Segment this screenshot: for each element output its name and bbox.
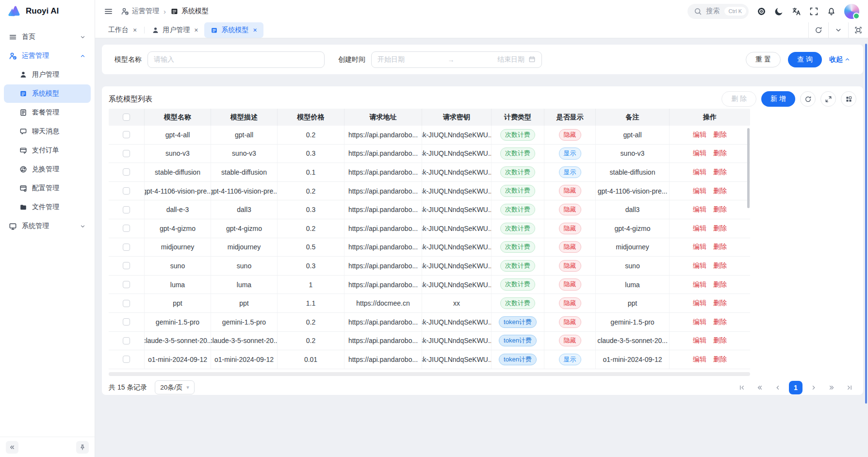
delete-button[interactable]: 删 除: [721, 91, 756, 107]
edit-link[interactable]: 编辑: [693, 168, 706, 177]
sidebar-subitem-0[interactable]: 用户管理: [4, 65, 91, 84]
billing-type-badge: 次数计费: [500, 241, 535, 253]
sidebar-toggle-icon[interactable]: [104, 7, 113, 16]
edit-link[interactable]: 编辑: [693, 318, 706, 326]
sidebar-subitem-6[interactable]: 配置管理: [4, 179, 91, 197]
sidebar-item-system[interactable]: 系统管理: [4, 217, 91, 235]
collapse-filter-link[interactable]: 收起: [829, 55, 851, 64]
row-checkbox[interactable]: [123, 300, 130, 307]
sidebar-subitem-1[interactable]: 系统模型: [4, 84, 91, 103]
language-button[interactable]: [792, 7, 801, 16]
sidebar-subitem-3[interactable]: 聊天消息: [4, 122, 91, 141]
edit-link[interactable]: 编辑: [693, 205, 706, 214]
refresh-table-button[interactable]: [800, 91, 816, 107]
page-1-button[interactable]: 1: [789, 381, 802, 394]
sidebar-subitem-2[interactable]: 套餐管理: [4, 103, 91, 122]
date-range-input[interactable]: 开始日期 → 结束日期: [371, 51, 542, 68]
edit-link[interactable]: 编辑: [693, 187, 706, 196]
reset-button[interactable]: 重 置: [746, 52, 781, 67]
page-size-select[interactable]: 20条/页 ▾: [155, 380, 194, 394]
first-page-button[interactable]: [735, 381, 749, 394]
edit-link[interactable]: 编辑: [693, 299, 706, 308]
dark-mode-toggle[interactable]: [774, 7, 784, 16]
row-checkbox[interactable]: [123, 131, 130, 138]
row-checkbox[interactable]: [123, 168, 130, 176]
column-settings-button[interactable]: [841, 91, 856, 107]
edit-link[interactable]: 编辑: [693, 243, 706, 251]
cell-remark: luma: [596, 276, 670, 294]
edit-link[interactable]: 编辑: [693, 149, 706, 158]
model-name-input[interactable]: 请输入: [147, 51, 325, 68]
sidebar-subitem-5[interactable]: 兑换管理: [4, 160, 91, 179]
delete-link[interactable]: 删除: [713, 261, 727, 270]
close-tab-icon[interactable]: ×: [253, 26, 257, 34]
row-checkbox[interactable]: [123, 225, 130, 232]
breadcrumb-item-model[interactable]: 系统模型: [170, 7, 209, 16]
cell-text: stable-diffusion: [155, 168, 200, 176]
edit-link[interactable]: 编辑: [693, 224, 706, 233]
tab-1[interactable]: 用户管理×: [146, 22, 204, 38]
tab-menu-button[interactable]: [828, 22, 848, 38]
maximize-content-button[interactable]: [848, 22, 868, 38]
delete-link[interactable]: 删除: [713, 205, 727, 214]
row-checkbox[interactable]: [123, 318, 130, 326]
close-tab-icon[interactable]: ×: [194, 26, 198, 34]
search-input[interactable]: 搜索 Ctrl K: [688, 4, 749, 19]
edit-link[interactable]: 编辑: [693, 336, 706, 345]
page-scrollbar[interactable]: [865, 44, 867, 404]
delete-link[interactable]: 删除: [713, 280, 727, 289]
cell-checkbox: [109, 276, 145, 294]
delete-link[interactable]: 删除: [713, 149, 727, 158]
delete-link[interactable]: 删除: [713, 299, 727, 308]
breadcrumb-item-operations[interactable]: 运营管理: [121, 7, 159, 16]
cell-actions: 编辑删除: [670, 350, 750, 369]
row-checkbox[interactable]: [123, 337, 130, 344]
edit-link[interactable]: 编辑: [693, 355, 706, 364]
delete-link[interactable]: 删除: [713, 243, 727, 251]
table-vertical-scrollbar[interactable]: [747, 128, 750, 208]
sidebar-item-operations[interactable]: 运营管理: [4, 47, 91, 65]
collapse-sidebar-button[interactable]: [6, 441, 18, 454]
tab-2[interactable]: 系统模型×: [204, 22, 263, 38]
row-checkbox[interactable]: [123, 187, 130, 195]
row-checkbox[interactable]: [123, 262, 130, 269]
user-avatar[interactable]: [844, 4, 859, 19]
table-horizontal-scrollbar[interactable]: [109, 372, 750, 376]
next-pages-button[interactable]: [825, 381, 838, 394]
pin-sidebar-button[interactable]: [76, 441, 89, 454]
settings-button[interactable]: [757, 7, 766, 16]
sidebar-subitem-7[interactable]: 文件管理: [4, 198, 91, 216]
app-logo[interactable]: Ruoyi AI: [0, 0, 95, 22]
row-checkbox[interactable]: [123, 150, 130, 157]
add-button[interactable]: 新 增: [761, 91, 795, 107]
refresh-page-button[interactable]: [808, 22, 828, 38]
next-page-button[interactable]: [807, 381, 820, 394]
edit-link[interactable]: 编辑: [693, 261, 706, 270]
delete-link[interactable]: 删除: [713, 224, 727, 233]
delete-link[interactable]: 删除: [713, 318, 727, 326]
row-checkbox[interactable]: [123, 281, 130, 288]
query-button[interactable]: 查 询: [788, 52, 822, 67]
delete-link[interactable]: 删除: [713, 131, 727, 139]
delete-link[interactable]: 删除: [713, 336, 727, 345]
sidebar-subitem-4[interactable]: 支付订单: [4, 141, 91, 160]
row-checkbox[interactable]: [123, 244, 130, 251]
close-tab-icon[interactable]: ×: [133, 26, 137, 34]
delete-link[interactable]: 删除: [713, 187, 727, 196]
fullscreen-button[interactable]: [809, 7, 819, 16]
notifications-button[interactable]: [827, 7, 836, 16]
edit-link[interactable]: 编辑: [693, 131, 706, 139]
sidebar-item-home[interactable]: 首页: [4, 28, 91, 46]
prev-pages-button[interactable]: [753, 381, 767, 394]
row-checkbox[interactable]: [123, 206, 130, 213]
delete-link[interactable]: 删除: [713, 355, 727, 364]
edit-link[interactable]: 编辑: [693, 280, 706, 289]
tab-0[interactable]: 工作台×: [102, 22, 143, 38]
prev-page-button[interactable]: [771, 381, 785, 394]
cell-billing-type: 次数计费: [491, 257, 544, 275]
row-checkbox[interactable]: [123, 356, 130, 363]
fullscreen-table-button[interactable]: [820, 91, 836, 107]
last-page-button[interactable]: [843, 381, 856, 394]
delete-link[interactable]: 删除: [713, 168, 727, 177]
select-all-checkbox[interactable]: [123, 114, 130, 121]
